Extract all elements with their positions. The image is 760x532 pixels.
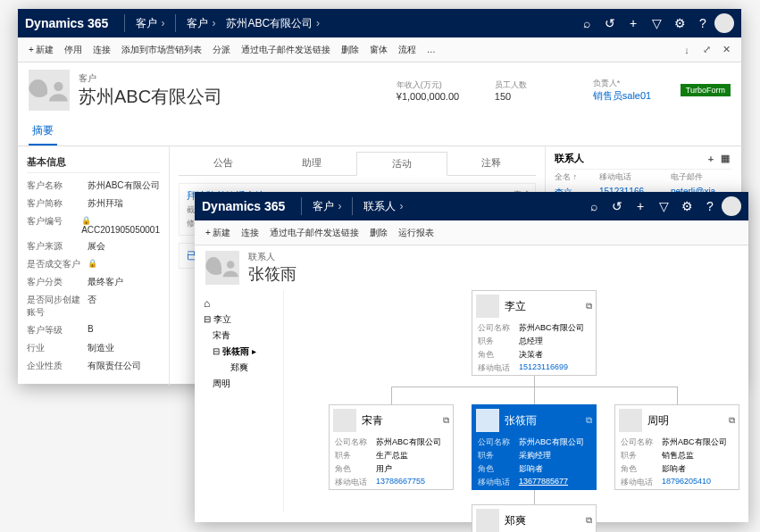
cmd-marketing[interactable]: 添加到市场营销列表: [116, 44, 207, 56]
popout-icon[interactable]: ⧉: [729, 415, 735, 426]
cmd-delete[interactable]: 删除: [336, 44, 364, 56]
fld-value[interactable]: 15123116699: [519, 362, 590, 374]
col-email[interactable]: 电子邮件: [671, 171, 703, 183]
field-row: 客户来源展会: [27, 237, 160, 255]
field-value[interactable]: 最终客户: [88, 276, 160, 288]
kpi-label: 员工人数: [495, 79, 575, 91]
home-icon[interactable]: ⌂: [200, 295, 278, 312]
history-icon[interactable]: ↺: [598, 16, 622, 30]
field-value[interactable]: 展会: [88, 240, 160, 253]
fld-label: 移动电话: [621, 477, 662, 488]
help-icon[interactable]: ?: [698, 199, 722, 213]
cmd-emaillink[interactable]: 通过电子邮件发送链接: [236, 44, 336, 56]
field-value[interactable]: 有限责任公司: [88, 360, 160, 372]
record-header: 客户 苏州ABC有限公司 年收入(万元) ¥1,000,000.00 员工人数 …: [18, 62, 741, 118]
nav-down-icon[interactable]: ↓: [677, 45, 697, 55]
card-name: 张筱雨: [505, 413, 537, 428]
field-label: 客户等级: [27, 324, 88, 337]
field-label: 客户名称: [27, 179, 88, 192]
field-value[interactable]: 制造业: [88, 342, 160, 354]
cmd-new[interactable]: 新建: [23, 44, 59, 56]
settings-icon[interactable]: ⚙: [668, 16, 691, 30]
field-value[interactable]: B: [88, 324, 160, 337]
org-card-zheng[interactable]: 郑爽⧉ 公司名称苏州ABC有限公司 职务采购专员 角色影响者 移动电话13777…: [472, 504, 597, 532]
cmd-form[interactable]: 窗体: [364, 44, 393, 56]
cmd-report[interactable]: 运行报表: [393, 227, 439, 239]
fld-value[interactable]: 13788667755: [376, 477, 447, 488]
field-value[interactable]: 苏州拜瑞: [88, 197, 160, 210]
tree-node[interactable]: 郑爽: [200, 360, 278, 376]
org-card-li[interactable]: 李立⧉ 公司名称苏州ABC有限公司 职务总经理 角色决策者 移动电话151231…: [472, 290, 597, 376]
history-icon[interactable]: ↺: [605, 199, 629, 213]
nav-area[interactable]: 客户: [181, 16, 221, 31]
popout-icon[interactable]: ⧉: [586, 301, 592, 312]
popout-icon[interactable]: ⧉: [586, 415, 592, 426]
field-value[interactable]: 苏州ABC有限公司: [88, 179, 160, 192]
tab-activity[interactable]: 活动: [356, 152, 447, 176]
filter-icon[interactable]: ▽: [652, 199, 675, 213]
sep: [352, 197, 353, 215]
popout-icon[interactable]: ⧉: [586, 515, 592, 526]
kpi-value[interactable]: 销售员sale01: [593, 89, 673, 103]
tab-post[interactable]: 公告: [179, 152, 268, 175]
cmd-connect[interactable]: 连接: [88, 44, 116, 56]
cmd-deactivate[interactable]: 停用: [59, 44, 88, 56]
fld-value: 用户: [376, 463, 447, 475]
org-body: ⌂ ⊟ 李立 宋青 ⊟ 张筱雨 ▸ 郑爽 周明 李立⧉ 公司名称苏州ABC有限公…: [195, 290, 748, 511]
settings-icon[interactable]: ⚙: [675, 199, 698, 213]
add-icon[interactable]: +: [622, 16, 645, 30]
search-icon[interactable]: ⌕: [582, 199, 605, 213]
field-row: 客户编号🔒ACC201905050001: [27, 212, 160, 237]
fld-value: 苏州ABC有限公司: [519, 436, 590, 448]
nav-module[interactable]: 客户: [130, 16, 170, 31]
add-contact-icon[interactable]: +: [704, 154, 718, 164]
kpi-value: ¥1,000,000.00: [397, 91, 477, 102]
tree-node[interactable]: ⊟ 李立: [200, 312, 278, 328]
grid-icon[interactable]: ▦: [718, 153, 732, 164]
tab-assistant[interactable]: 助理: [268, 152, 357, 175]
field-row: 客户等级B: [27, 321, 160, 339]
nav-module[interactable]: 客户: [307, 199, 347, 214]
contacts-title: 联系人: [555, 152, 584, 165]
record-type: 联系人: [248, 251, 296, 263]
hierarchy-tree: ⌂ ⊟ 李立 宋青 ⊟ 张筱雨 ▸ 郑爽 周明: [195, 290, 284, 511]
tab-summary[interactable]: 摘要: [29, 118, 57, 145]
help-icon[interactable]: ?: [691, 16, 714, 30]
tab-notes[interactable]: 注释: [447, 152, 537, 175]
nav-record[interactable]: 苏州ABC有限公司: [221, 16, 325, 31]
fld-value: 决策者: [519, 349, 590, 361]
user-avatar[interactable]: [714, 13, 734, 33]
org-chart: 李立⧉ 公司名称苏州ABC有限公司 职务总经理 角色决策者 移动电话151231…: [284, 290, 748, 511]
tree-node[interactable]: ⊟ 张筱雨 ▸: [200, 344, 278, 360]
fld-value[interactable]: 13677885677: [519, 477, 590, 488]
expand-icon[interactable]: ⤢: [697, 44, 716, 55]
org-card-song[interactable]: 宋青⧉ 公司名称苏州ABC有限公司 职务生产总监 角色用户 移动电话137886…: [329, 404, 454, 490]
add-icon[interactable]: +: [629, 199, 652, 213]
cmd-flow[interactable]: 流程: [393, 44, 422, 56]
cmd-connect[interactable]: 连接: [236, 227, 264, 239]
nav-area[interactable]: 联系人: [358, 199, 408, 214]
cmd-delete[interactable]: 删除: [364, 227, 393, 239]
cmd-assign[interactable]: 分派: [207, 44, 236, 56]
basic-info-section: 基本信息 客户名称苏州ABC有限公司 客户简称苏州拜瑞 客户编号🔒ACC2019…: [18, 146, 170, 386]
col-phone[interactable]: 移动电话: [599, 171, 671, 183]
field-value[interactable]: 否: [88, 294, 160, 319]
node-label: 李立: [213, 314, 231, 324]
org-card-zhou[interactable]: 周明⧉ 公司名称苏州ABC有限公司 职务销售总监 角色影响者 移动电话18796…: [614, 404, 739, 490]
cmd-emaillink[interactable]: 通过电子邮件发送链接: [264, 227, 364, 239]
fld-value[interactable]: 18796205410: [662, 477, 733, 488]
tree-node[interactable]: 周明: [200, 376, 278, 392]
close-icon[interactable]: ✕: [716, 44, 736, 55]
org-card-zhang[interactable]: 张筱雨⧉ 公司名称苏州ABC有限公司 职务采购经理 角色影响者 移动电话1367…: [472, 404, 597, 490]
filter-icon[interactable]: ▽: [645, 16, 668, 30]
cmd-more[interactable]: …: [422, 45, 441, 54]
col-name[interactable]: 全名 ↑: [555, 171, 599, 183]
tree-node[interactable]: 宋青: [200, 328, 278, 344]
contacts-header: 联系人 + ▦: [555, 152, 732, 170]
popout-icon[interactable]: ⧉: [443, 415, 449, 426]
search-icon[interactable]: ⌕: [575, 16, 598, 30]
form-tabs: 摘要: [18, 118, 741, 146]
user-avatar[interactable]: [722, 196, 741, 216]
fld-value: 生产总监: [376, 450, 447, 461]
cmd-new[interactable]: 新建: [200, 227, 236, 239]
